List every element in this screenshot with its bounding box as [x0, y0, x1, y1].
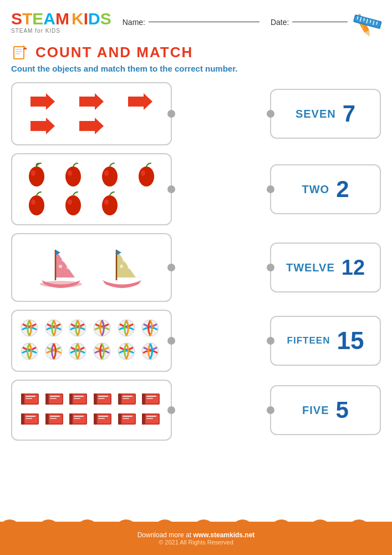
book-9 — [68, 411, 90, 429]
row-2: TWO 2 — [11, 153, 381, 225]
svg-point-39 — [40, 281, 82, 287]
obj-card-dot-1 — [167, 110, 175, 118]
arrow-2 — [69, 91, 114, 112]
svg-rect-93 — [98, 396, 108, 397]
ball-4 — [93, 319, 115, 340]
logo-subtitle: STEAM for KIDS — [11, 28, 60, 34]
book-12 — [141, 411, 163, 429]
logo: STEAM KIDS STEAM for KIDS — [11, 11, 111, 34]
apple-7 — [93, 191, 126, 216]
ball-2 — [44, 319, 67, 340]
svg-rect-136 — [123, 418, 129, 419]
svg-rect-129 — [98, 416, 108, 417]
book-11 — [117, 411, 139, 429]
book-3 — [68, 391, 90, 409]
footer-url: www.steamkids.net — [193, 531, 254, 539]
book-5 — [117, 391, 139, 409]
svg-rect-106 — [146, 398, 153, 399]
svg-rect-127 — [94, 413, 97, 425]
num-card-twelve: TWELVE 12 — [270, 243, 381, 292]
subtitle: Count the objects and match them to the … — [0, 64, 392, 79]
num-digit-seven: 7 — [343, 102, 355, 125]
svg-rect-121 — [69, 413, 73, 425]
boat-2 — [97, 244, 147, 291]
svg-rect-14 — [14, 47, 23, 58]
num-word-fifteen: FIFTEEN — [287, 335, 330, 346]
svg-rect-5 — [355, 16, 381, 28]
svg-rect-99 — [123, 396, 133, 397]
svg-rect-142 — [146, 418, 153, 419]
footer-copyright: © 2021 All Rights Reserved — [159, 539, 233, 546]
apple-6 — [57, 191, 90, 216]
svg-marker-22 — [128, 93, 152, 110]
obj-card-balls — [11, 310, 172, 372]
svg-marker-40 — [116, 250, 136, 278]
title-section: COUNT AND MATCH — [0, 41, 392, 64]
svg-marker-20 — [30, 93, 55, 110]
svg-rect-94 — [98, 398, 105, 399]
obj-card-dot-2 — [167, 185, 175, 193]
book-2 — [44, 391, 67, 409]
obj-card-apples — [11, 153, 172, 225]
svg-point-35 — [59, 265, 62, 268]
date-label: Date: — [271, 18, 289, 27]
book-8 — [44, 411, 67, 429]
svg-rect-112 — [26, 418, 32, 419]
arrow-1 — [20, 91, 65, 112]
arrow-3 — [118, 91, 163, 112]
svg-marker-32 — [55, 250, 75, 278]
svg-point-26 — [68, 170, 72, 176]
balls-grid — [18, 316, 165, 365]
ball-9 — [68, 342, 90, 363]
books-grid — [18, 389, 165, 431]
svg-rect-111 — [26, 416, 35, 417]
svg-marker-24 — [79, 118, 104, 134]
header-fields: Name: Date: — [123, 18, 348, 27]
ball-11 — [117, 342, 139, 363]
num-digit-twelve: 12 — [342, 257, 365, 278]
num-word-twelve: TWELVE — [286, 261, 335, 274]
num-card-dot-1 — [267, 110, 274, 118]
svg-rect-75 — [26, 396, 35, 397]
svg-point-34 — [67, 266, 70, 269]
num-card-five: FIVE 5 — [270, 385, 381, 435]
book-6 — [141, 391, 163, 409]
ball-7 — [20, 342, 42, 363]
arrow-5 — [69, 115, 114, 137]
footer-download-text: Download more at www.steamkids.net — [138, 531, 255, 539]
date-field: Date: — [271, 18, 348, 27]
arrow-4 — [20, 115, 65, 137]
ball-12 — [141, 342, 163, 363]
svg-rect-100 — [123, 398, 129, 399]
svg-point-28 — [141, 170, 145, 176]
svg-point-33 — [62, 258, 66, 262]
svg-point-44 — [130, 260, 133, 264]
svg-rect-141 — [146, 416, 156, 417]
svg-rect-123 — [74, 416, 84, 417]
num-digit-two: 2 — [336, 178, 349, 201]
boats-grid — [18, 240, 165, 295]
svg-rect-88 — [74, 398, 80, 399]
arrows-grid — [18, 89, 165, 139]
ball-10 — [93, 342, 115, 363]
pencil-notebook-icon — [11, 43, 30, 62]
svg-point-42 — [128, 266, 131, 269]
ball-6 — [141, 319, 163, 340]
svg-point-43 — [120, 265, 123, 268]
footer: Download more at www.steamkids.net © 202… — [0, 522, 392, 555]
boat-1 — [36, 244, 86, 291]
svg-rect-79 — [45, 393, 49, 405]
num-card-seven: SEVEN 7 — [270, 89, 381, 139]
row-3: TWELVE 12 — [11, 233, 381, 302]
book-10 — [93, 411, 115, 429]
svg-rect-135 — [123, 416, 133, 417]
page-title: COUNT AND MATCH — [35, 44, 193, 61]
row-5: FIVE 5 — [11, 380, 381, 441]
apple-5 — [20, 191, 53, 216]
ball-1 — [20, 319, 42, 340]
svg-marker-21 — [79, 93, 104, 110]
ruler-icon — [348, 7, 386, 37]
name-input-line — [149, 22, 259, 22]
obj-card-books — [11, 380, 172, 441]
svg-rect-87 — [74, 396, 84, 397]
